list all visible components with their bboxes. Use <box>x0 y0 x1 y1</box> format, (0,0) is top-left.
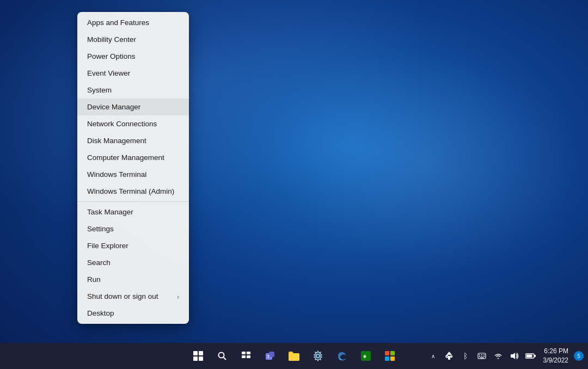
menu-item-label: Task Manager <box>87 208 133 216</box>
svg-rect-19 <box>390 356 395 361</box>
svg-rect-36 <box>535 355 536 357</box>
menu-item-system[interactable]: System <box>77 82 189 99</box>
menu-item-label: Windows Terminal (Admin) <box>87 187 174 195</box>
menu-item-label: Windows Terminal <box>87 170 146 179</box>
menu-item-label: Desktop <box>87 309 114 317</box>
menu-item-apps-features[interactable]: Apps and Features <box>77 14 189 31</box>
tray-usb[interactable] <box>443 349 456 362</box>
menu-item-label: Disk Management <box>87 137 146 145</box>
tray-wifi[interactable] <box>492 349 505 362</box>
context-menu: Apps and FeaturesMobility CenterPower Op… <box>77 12 189 324</box>
menu-item-disk-management[interactable]: Disk Management <box>77 132 189 149</box>
menu-item-label: File Explorer <box>87 242 128 250</box>
taskbar-center-icons: T <box>187 345 401 367</box>
menu-item-power-options[interactable]: Power Options <box>77 48 189 65</box>
svg-rect-17 <box>390 351 395 355</box>
menu-item-arrow: › <box>177 293 179 300</box>
menu-item-mobility-center[interactable]: Mobility Center <box>77 31 189 48</box>
svg-rect-11 <box>269 352 274 357</box>
svg-rect-7 <box>247 352 250 354</box>
svg-text:T: T <box>267 355 270 359</box>
file-explorer-taskbar-icon[interactable] <box>283 345 305 367</box>
tray-battery[interactable] <box>524 349 537 362</box>
svg-point-4 <box>219 353 224 358</box>
menu-item-label: Network Connections <box>87 120 157 128</box>
svg-marker-21 <box>446 352 452 355</box>
store-taskbar-icon[interactable] <box>379 345 401 367</box>
svg-rect-9 <box>247 355 250 358</box>
svg-rect-6 <box>242 352 246 354</box>
menu-item-windows-terminal-admin[interactable]: Windows Terminal (Admin) <box>77 183 189 200</box>
svg-rect-3 <box>199 356 203 361</box>
menu-item-search[interactable]: Search <box>77 254 189 271</box>
solitaire-taskbar-icon[interactable]: ♠ <box>355 345 377 367</box>
menu-item-label: Event Viewer <box>87 69 130 77</box>
menu-item-label: Search <box>87 259 111 267</box>
menu-item-device-manager[interactable]: Device Manager <box>77 99 189 115</box>
svg-rect-1 <box>199 351 203 355</box>
task-view-button[interactable] <box>235 345 257 367</box>
svg-rect-8 <box>242 355 246 358</box>
svg-rect-2 <box>193 356 198 361</box>
system-tray: ∧ ᛒ <box>426 347 584 365</box>
tray-keyboard[interactable] <box>475 349 488 362</box>
menu-item-label: Computer Management <box>87 153 164 162</box>
tray-volume[interactable] <box>508 349 521 362</box>
menu-item-label: Power Options <box>87 52 136 60</box>
menu-item-file-explorer[interactable]: File Explorer <box>77 237 189 254</box>
menu-item-windows-terminal[interactable]: Windows Terminal <box>77 166 189 183</box>
svg-rect-16 <box>385 351 389 355</box>
svg-point-13 <box>316 354 320 358</box>
svg-rect-0 <box>193 351 198 355</box>
taskbar: T <box>0 343 588 369</box>
desktop: Apps and FeaturesMobility CenterPower Op… <box>0 0 588 369</box>
notification-badge[interactable]: 5 <box>574 351 584 361</box>
tray-chevron[interactable]: ∧ <box>426 349 439 362</box>
menu-item-desktop[interactable]: Desktop <box>77 305 189 322</box>
clock-date: 3/9/2022 <box>543 356 568 365</box>
menu-separator <box>77 201 189 202</box>
menu-item-network-connections[interactable]: Network Connections <box>77 115 189 132</box>
menu-item-label: System <box>87 86 112 94</box>
menu-item-label: Settings <box>87 225 114 233</box>
menu-item-event-viewer[interactable]: Event Viewer <box>77 65 189 82</box>
menu-item-task-manager[interactable]: Task Manager <box>77 204 189 220</box>
menu-item-label: Device Manager <box>87 103 140 111</box>
menu-item-label: Mobility Center <box>87 35 136 44</box>
svg-text:♠: ♠ <box>363 353 366 359</box>
start-button[interactable] <box>187 345 209 367</box>
clock-time: 6:26 PM <box>543 347 568 356</box>
settings-taskbar-icon[interactable] <box>307 345 329 367</box>
svg-rect-37 <box>526 355 532 358</box>
menu-item-label: Run <box>87 275 101 284</box>
system-clock[interactable]: 6:26 PM 3/9/2022 <box>541 347 571 365</box>
svg-rect-18 <box>385 356 389 361</box>
edge-taskbar-icon[interactable] <box>331 345 353 367</box>
menu-item-label: Shut down or sign out <box>87 292 158 300</box>
taskbar-search-button[interactable] <box>211 345 233 367</box>
menu-item-label: Apps and Features <box>87 19 149 27</box>
svg-line-5 <box>224 358 226 360</box>
menu-item-shut-down[interactable]: Shut down or sign out› <box>77 288 189 305</box>
svg-marker-34 <box>511 353 515 359</box>
menu-item-run[interactable]: Run <box>77 271 189 288</box>
menu-item-settings[interactable]: Settings <box>77 220 189 237</box>
tray-bluetooth[interactable]: ᛒ <box>459 349 472 362</box>
menu-item-computer-management[interactable]: Computer Management <box>77 149 189 166</box>
teams-icon[interactable]: T <box>259 345 281 367</box>
